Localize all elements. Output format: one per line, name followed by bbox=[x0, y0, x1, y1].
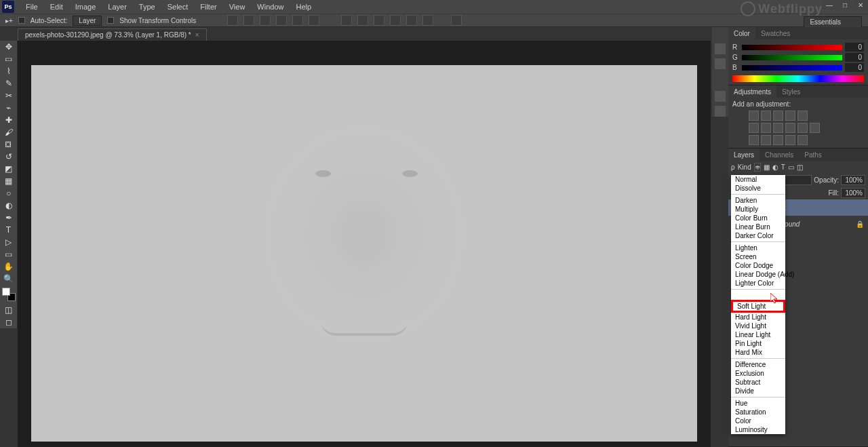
distribute-icon[interactable] bbox=[406, 15, 417, 26]
actions-icon[interactable] bbox=[715, 58, 726, 69]
auto-select-checkbox[interactable] bbox=[18, 17, 25, 24]
menu-help[interactable]: Help bbox=[290, 3, 317, 11]
g-value[interactable]: 0 bbox=[845, 53, 864, 62]
blend-option[interactable]: Darker Color bbox=[731, 231, 785, 240]
eyedropper-tool[interactable]: ⌁ bbox=[0, 102, 17, 114]
blend-option[interactable]: Subtract bbox=[731, 378, 785, 387]
blend-option[interactable]: Color bbox=[731, 416, 785, 425]
invert-icon[interactable] bbox=[749, 135, 759, 145]
lasso-tool[interactable]: ⌇ bbox=[0, 65, 17, 77]
tab-channels[interactable]: Channels bbox=[760, 149, 799, 161]
blend-option[interactable]: Multiply bbox=[731, 205, 785, 214]
blend-option[interactable]: Normal bbox=[731, 175, 785, 184]
photo-filter-icon[interactable] bbox=[785, 123, 795, 133]
distribute-icon[interactable] bbox=[374, 15, 384, 26]
fill-value[interactable]: 100% bbox=[841, 188, 865, 198]
gradient-tool[interactable]: ▦ bbox=[0, 175, 17, 187]
document-canvas[interactable] bbox=[31, 65, 697, 442]
b-slider[interactable] bbox=[742, 65, 842, 71]
auto-align-icon[interactable] bbox=[451, 15, 462, 26]
menu-image[interactable]: Image bbox=[69, 3, 102, 11]
levels-icon[interactable] bbox=[761, 111, 771, 121]
tab-adjustments[interactable]: Adjustments bbox=[728, 85, 776, 98]
bw-icon[interactable] bbox=[773, 123, 783, 133]
threshold-icon[interactable] bbox=[773, 135, 783, 145]
filter-shape-icon[interactable]: ▭ bbox=[788, 163, 794, 171]
blend-option[interactable]: Linear Burn bbox=[731, 222, 785, 231]
history-icon[interactable] bbox=[715, 43, 726, 54]
eraser-tool[interactable]: ◩ bbox=[0, 163, 17, 175]
history-brush-tool[interactable]: ↺ bbox=[0, 151, 17, 163]
brush-tool[interactable]: 🖌 bbox=[0, 126, 17, 138]
menu-file[interactable]: File bbox=[20, 3, 44, 11]
align-bottom-icon[interactable] bbox=[309, 15, 319, 26]
blend-option[interactable]: Hue bbox=[731, 399, 785, 408]
blend-option[interactable]: Luminosity bbox=[731, 425, 785, 434]
menu-view[interactable]: View bbox=[223, 3, 252, 11]
marquee-tool[interactable]: ▭ bbox=[0, 53, 17, 65]
align-center-v-icon[interactable] bbox=[292, 15, 303, 26]
lookup-icon[interactable] bbox=[810, 123, 820, 133]
menu-layer[interactable]: Layer bbox=[102, 3, 133, 11]
auto-select-dropdown[interactable]: Layer bbox=[73, 16, 102, 26]
r-slider[interactable] bbox=[742, 45, 842, 50]
hue-bar[interactable] bbox=[732, 75, 864, 82]
posterize-icon[interactable] bbox=[761, 135, 771, 145]
distribute-icon[interactable] bbox=[357, 15, 368, 26]
type-tool[interactable]: T bbox=[0, 224, 17, 236]
screen-mode-icon[interactable]: ◻ bbox=[0, 316, 17, 328]
close-tab-icon[interactable]: × bbox=[195, 31, 199, 39]
tab-color[interactable]: Color bbox=[728, 27, 755, 39]
align-top-icon[interactable] bbox=[276, 15, 287, 26]
maximize-button[interactable]: □ bbox=[837, 0, 852, 9]
stamp-tool[interactable]: ⛋ bbox=[0, 138, 17, 151]
blend-option[interactable]: Exclusion bbox=[731, 369, 785, 378]
show-transform-checkbox[interactable] bbox=[107, 17, 114, 24]
blend-option[interactable]: Vivid Light bbox=[731, 322, 785, 330]
gradient-map-icon[interactable] bbox=[785, 135, 795, 145]
selective-color-icon[interactable] bbox=[797, 135, 808, 145]
workspace-dropdown[interactable]: Essentials bbox=[804, 16, 862, 28]
menu-window[interactable]: Window bbox=[251, 3, 290, 11]
blend-option[interactable]: Lighten bbox=[731, 244, 785, 252]
crop-tool[interactable]: ✂ bbox=[0, 90, 17, 102]
blend-option[interactable]: Divide bbox=[731, 387, 785, 395]
blend-option[interactable]: Dissolve bbox=[731, 184, 785, 193]
vibrance-icon[interactable] bbox=[797, 111, 808, 121]
minimize-button[interactable]: — bbox=[822, 0, 837, 9]
filter-pixel-icon[interactable]: ▦ bbox=[764, 163, 770, 171]
b-value[interactable]: 0 bbox=[845, 63, 864, 72]
blend-option[interactable]: Screen bbox=[731, 252, 785, 261]
g-slider[interactable] bbox=[742, 55, 842, 60]
filter-adjust-icon[interactable]: ◐ bbox=[772, 163, 778, 171]
shape-tool[interactable]: ▭ bbox=[0, 248, 17, 260]
menu-type[interactable]: Type bbox=[133, 3, 161, 11]
blur-tool[interactable]: ○ bbox=[0, 187, 17, 199]
align-left-icon[interactable] bbox=[227, 15, 238, 26]
path-tool[interactable]: ▷ bbox=[0, 236, 17, 248]
blend-option[interactable]: Color Burn bbox=[731, 214, 785, 222]
curves-icon[interactable] bbox=[773, 111, 783, 121]
character-icon[interactable] bbox=[715, 91, 726, 102]
blend-option[interactable]: Linear Dodge (Add) bbox=[731, 270, 785, 279]
menu-edit[interactable]: Edit bbox=[44, 3, 69, 11]
brightness-icon[interactable] bbox=[749, 111, 759, 121]
quick-mask-icon[interactable]: ◫ bbox=[0, 304, 17, 316]
hue-sat-icon[interactable] bbox=[749, 123, 759, 133]
opacity-value[interactable]: 100% bbox=[841, 175, 865, 185]
color-balance-icon[interactable] bbox=[761, 123, 771, 133]
blend-option[interactable]: Hard Mix bbox=[731, 348, 785, 357]
distribute-icon[interactable] bbox=[390, 15, 401, 26]
color-swatches[interactable] bbox=[0, 288, 17, 304]
zoom-tool[interactable]: 🔍 bbox=[0, 273, 17, 285]
blend-option[interactable]: Lighter Color bbox=[731, 279, 785, 288]
blend-option[interactable]: Pin Light bbox=[731, 339, 785, 348]
filter-type-icon[interactable]: T bbox=[781, 163, 785, 171]
blend-option[interactable]: Difference bbox=[731, 360, 785, 369]
distribute-icon[interactable] bbox=[341, 15, 352, 26]
tab-layers[interactable]: Layers bbox=[728, 149, 760, 161]
blend-option[interactable]: Hard Light bbox=[731, 313, 785, 322]
menu-filter[interactable]: Filter bbox=[194, 3, 222, 11]
dodge-tool[interactable]: ◐ bbox=[0, 199, 17, 212]
align-right-icon[interactable] bbox=[260, 15, 271, 26]
